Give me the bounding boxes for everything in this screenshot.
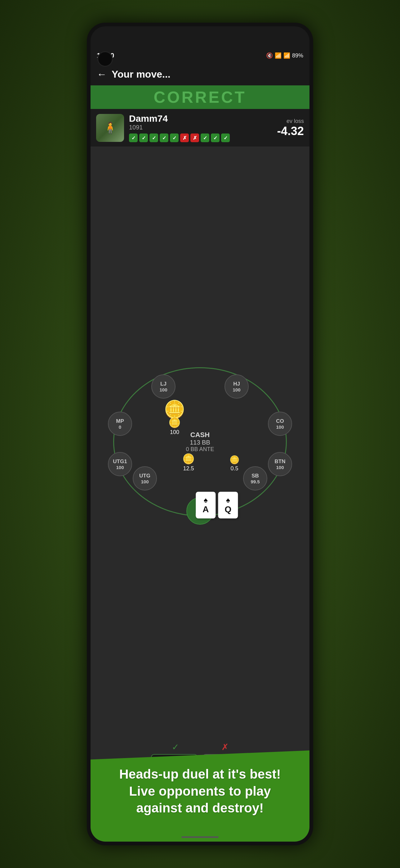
phone-frame: 10:40 🔇 📶 📶 89% ← Your move... CORRECT (87, 23, 313, 845)
table-center-info: CASH 113 BB 0 BB ANTE (186, 431, 214, 453)
player-cards: ♠ A ♠ Q (196, 492, 238, 519)
seat-utg: UTG 100 (133, 466, 157, 491)
top-ev-loss-label: ev loss (277, 118, 304, 124)
top-player-badges: ✓ ✓ ✓ ✓ ✓ ✗ ✗ ✓ ✓ ✓ (129, 133, 272, 142)
table-bb: 113 BB (186, 439, 214, 446)
top-player-info: 🧍 Damm74 1091 ✓ ✓ ✓ ✓ ✓ ✗ ✗ ✓ ✓ (91, 109, 309, 147)
status-bar: 10:40 🔇 📶 📶 89% (91, 48, 309, 63)
seat-utg1-circle: UTG1 100 (108, 452, 132, 476)
seat-lj-circle: LJ 100 (151, 374, 175, 399)
home-indicator (181, 836, 219, 838)
seat-btn-circle: BTN 100 (268, 452, 292, 476)
seat-utg1: UTG1 100 (108, 452, 132, 476)
card-queen: ♠ Q (218, 492, 238, 519)
bb-coin-icon: 🪙 (182, 453, 195, 465)
seat-mp-circle: MP 0 (108, 412, 132, 436)
pot-chip-value: 100 (170, 429, 179, 436)
table-ante: 0 BB ANTE (186, 446, 214, 453)
pot-coins: 🪙 🪙 100 (164, 399, 186, 436)
seat-hj-label: HJ (233, 381, 240, 387)
sb-chip-value: 0.5 (230, 465, 238, 472)
seat-mp-chips: 0 (119, 424, 121, 430)
top-ev-loss: ev loss -4.32 (277, 118, 304, 138)
seat-co-label: CO (276, 418, 284, 424)
back-button[interactable]: ← (97, 69, 107, 80)
seat-mp: MP 0 (108, 412, 132, 436)
seat-co-circle: CO 100 (268, 412, 292, 436)
sb-chip: 🪙 0.5 (229, 455, 239, 472)
badge-7: ✗ (190, 133, 199, 142)
promo-line1: Heads-up duel at it's best! (103, 766, 297, 783)
seat-hj-circle: HJ 100 (225, 374, 249, 399)
top-bar: ← Your move... (91, 63, 309, 85)
seat-sb: SB 99.5 (243, 466, 267, 491)
camera-notch (97, 51, 113, 67)
seat-btn: BTN 100 (268, 452, 292, 476)
seat-utg1-chips: 100 (116, 465, 124, 470)
signal-icon: 📶 (284, 52, 290, 59)
card-ace-suit: ♠ (204, 496, 208, 504)
call-x-mark: ✗ (222, 742, 229, 752)
badge-1: ✓ (129, 133, 138, 142)
promo-line3: against and destroy! (103, 800, 297, 817)
seat-mp-label: MP (116, 418, 124, 424)
action-labels: ✓ ✗ (151, 742, 249, 752)
pot-coin-stack: 🪙 (168, 416, 181, 428)
badge-9: ✓ (211, 133, 220, 142)
seat-lj-chips: 100 (159, 387, 167, 393)
promo-banner: Heads-up duel at it's best! Live opponen… (91, 750, 309, 842)
top-avatar-image: 🧍 (96, 114, 124, 142)
card-queen-suit: ♠ (226, 496, 230, 504)
seat-hj-chips: 100 (233, 387, 240, 393)
seat-btn-label: BTN (275, 459, 286, 465)
wifi-icon: 📶 (275, 52, 281, 59)
card-ace: ♠ A (196, 492, 215, 519)
top-ev-loss-value: -4.32 (277, 124, 304, 138)
correct-banner: CORRECT (91, 85, 309, 109)
seat-btn-chips: 100 (276, 465, 284, 470)
seat-lj: LJ 100 (151, 374, 175, 399)
seat-utg-circle: UTG 100 (133, 466, 157, 491)
page-title: Your move... (112, 69, 171, 80)
seat-utg1-label: UTG1 (113, 459, 127, 465)
badge-4: ✓ (160, 133, 168, 142)
mute-icon: 🔇 (266, 52, 273, 59)
top-player-score: 1091 (129, 124, 272, 131)
seat-utg-label: UTG (139, 473, 151, 479)
badge-10: ✓ (221, 133, 230, 142)
badge-5: ✓ (170, 133, 178, 142)
correct-text: CORRECT (154, 88, 246, 106)
seat-lj-label: LJ (160, 381, 167, 387)
top-player-name: Damm74 (129, 113, 272, 124)
seat-sb-label: SB (252, 473, 259, 479)
card-ace-rank: A (202, 504, 209, 515)
seat-sb-circle: SB 99.5 (243, 466, 267, 491)
seat-co-chips: 100 (276, 424, 284, 430)
seat-sb-chips: 99.5 (251, 479, 260, 484)
top-player-details: Damm74 1091 ✓ ✓ ✓ ✓ ✓ ✗ ✗ ✓ ✓ ✓ (129, 113, 272, 142)
seat-co: CO 100 (268, 412, 292, 436)
top-player-avatar: 🧍 (96, 114, 124, 142)
status-icons: 🔇 📶 📶 89% (266, 52, 303, 59)
seat-utg-chips: 100 (141, 479, 148, 484)
bb-chip: 🪙 12.5 (182, 453, 195, 472)
sb-coin-icon: 🪙 (229, 455, 239, 465)
table-type: CASH (186, 431, 214, 439)
promo-line2: Live opponents to play (103, 783, 297, 800)
battery-icon: 89% (292, 53, 303, 59)
seat-hj: HJ 100 (225, 374, 249, 399)
fold-check-mark: ✓ (172, 742, 179, 752)
badge-8: ✓ (201, 133, 209, 142)
poker-table-area: CASH 113 BB 0 BB ANTE LJ 100 (91, 147, 309, 737)
poker-table-oval: CASH 113 BB 0 BB ANTE LJ 100 (113, 367, 287, 516)
card-queen-rank: Q (225, 504, 232, 515)
bb-chip-value: 12.5 (183, 465, 194, 472)
badge-3: ✓ (149, 133, 158, 142)
badge-6: ✗ (180, 133, 189, 142)
badge-2: ✓ (139, 133, 148, 142)
